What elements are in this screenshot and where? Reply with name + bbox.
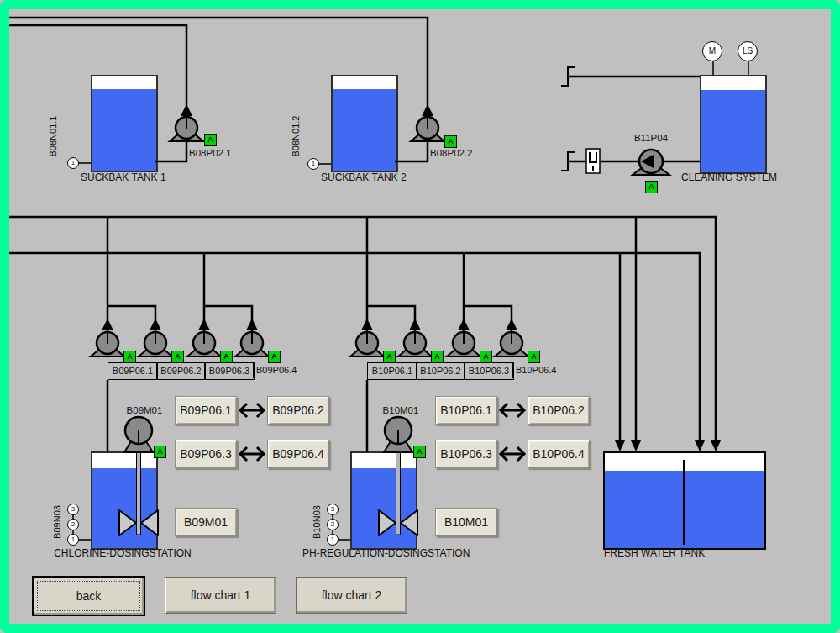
port-circle: 1: [67, 534, 79, 546]
flow-arrow-up: [181, 104, 192, 116]
port-circle: 1: [327, 534, 339, 546]
status-badge: A: [220, 351, 233, 363]
pump-tag-cell: B10P06.4: [512, 362, 568, 378]
button-b10p06-1[interactable]: B10P06.1: [435, 396, 497, 425]
status-badge: A: [154, 446, 166, 458]
button-b10p06-4[interactable]: B10P06.4: [528, 440, 590, 468]
button-b09p06-3[interactable]: B09P06.3: [175, 440, 237, 468]
piping-layer: [0, 0, 840, 633]
pump-icon-b09p06-2: [139, 332, 172, 356]
button-b09p06-4[interactable]: B09P06.4: [267, 440, 329, 468]
pump-icon-b10p06-4: [495, 332, 528, 356]
status-badge: A: [480, 351, 492, 363]
status-badge: A: [171, 351, 184, 363]
flow-chart-2-button[interactable]: flow chart 2: [296, 577, 407, 614]
swap-arrow-icon: [498, 444, 527, 464]
button-b10p06-3[interactable]: B10P06.3: [435, 440, 497, 468]
status-badge: A: [123, 351, 136, 363]
status-badge: A: [268, 351, 281, 363]
scada-screen: M LS 1 1 3 2 1 3 2 1 A A A A A A A A A A…: [0, 0, 840, 633]
back-button[interactable]: back: [32, 576, 145, 616]
swap-arrow-icon: [238, 400, 266, 420]
agitator-shaft: [137, 444, 141, 535]
agitator-shaft: [396, 444, 401, 535]
flow-chart-1-button[interactable]: flow chart 1: [165, 577, 276, 614]
port-circle: 3: [67, 504, 79, 515]
pump-icon-b10p06-2: [398, 332, 432, 356]
port-circle: 1: [307, 158, 319, 170]
port-circle: 2: [67, 519, 79, 530]
pump-tag-cell: B09P06.4: [253, 362, 308, 378]
flow-arrow-down: [695, 440, 706, 451]
pipe-b10-feed-b2: [464, 306, 512, 331]
pump-icon-b09p06-4: [235, 332, 269, 356]
pipe-b09-feed-a2: [108, 306, 155, 331]
pipe-b10-feed-a2: [367, 306, 415, 331]
back-button-focus: back: [37, 581, 140, 611]
port-circle: 1: [67, 157, 79, 169]
button-b09p06-1[interactable]: B09P06.1: [175, 396, 237, 425]
status-badge: A: [413, 446, 426, 458]
pump-tag-cell: B10P06.2: [416, 362, 465, 380]
pump-icon-b08p02-2: [411, 117, 444, 141]
motor-icon-b09m01: [124, 417, 153, 452]
pipe-supply-suckbak2: [9, 18, 428, 123]
status-badge: A: [383, 351, 396, 363]
motor-icon-b10m01: [384, 417, 412, 452]
level-switch-circle: LS: [738, 41, 758, 61]
pump-tag-cell: B10P06.3: [464, 362, 514, 380]
pump-icon-b10p06-3: [447, 332, 480, 356]
pipe-supply-suckbak1: [9, 25, 186, 123]
flow-arrow-up: [361, 319, 373, 330]
status-badge: A: [204, 134, 217, 146]
pump-icon-b08p02-1: [170, 117, 203, 141]
pump-tag-cell: B09P06.3: [204, 362, 255, 380]
port-circle: 3: [327, 504, 339, 515]
flow-arrow-up: [102, 319, 113, 330]
flow-arrow-up: [422, 104, 433, 116]
flow-arrow-up: [458, 319, 470, 330]
pump-icon-b09p06-3: [187, 332, 221, 356]
status-badge: A: [645, 181, 658, 193]
button-b09p06-2[interactable]: B09P06.2: [267, 396, 329, 425]
status-badge: A: [528, 351, 540, 363]
pump-icon-b10p06-1: [350, 332, 384, 356]
pump-tag-cell: B09P06.2: [156, 362, 206, 380]
flow-arrow-up: [246, 319, 258, 330]
pump-tag-cell: B09P06.1: [108, 362, 158, 380]
flow-arrow-up: [150, 319, 161, 330]
flow-arrow-up: [409, 319, 421, 330]
back-button-label: back: [76, 589, 102, 603]
swap-arrow-icon: [238, 444, 266, 464]
pump-icon-b09p06-1: [91, 332, 124, 356]
flow-arrow-down: [631, 440, 642, 451]
flow-arrow-down: [615, 440, 626, 451]
motor-instrument-circle: M: [702, 41, 722, 61]
pipe-b09-feed-b2: [204, 306, 252, 331]
button-b10m01[interactable]: B10M01: [435, 508, 497, 536]
status-badge: A: [431, 351, 444, 363]
flow-arrow-down: [711, 440, 722, 451]
flow-arrow-up: [506, 319, 517, 330]
flow-arrow-up: [198, 319, 210, 330]
button-b10p06-2[interactable]: B10P06.2: [528, 396, 590, 425]
button-b09m01[interactable]: B09M01: [175, 508, 237, 536]
swap-arrow-icon: [498, 400, 527, 420]
status-badge: A: [444, 135, 457, 148]
pump-tag-cell: B10P06.1: [367, 362, 417, 380]
port-circle: 2: [327, 519, 339, 530]
